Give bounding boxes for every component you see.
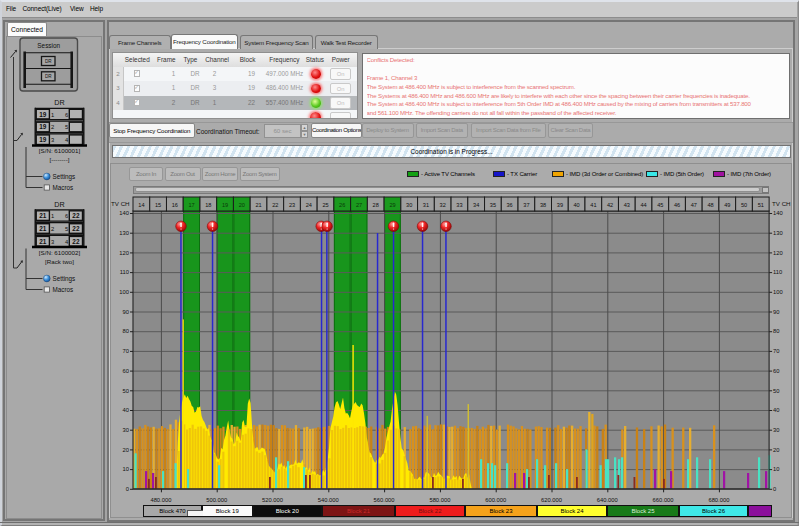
- svg-text:17: 17: [188, 202, 194, 208]
- svg-text:46: 46: [674, 202, 680, 208]
- svg-text:15: 15: [155, 202, 161, 208]
- svg-text:4: 4: [65, 137, 69, 143]
- svg-text:0: 0: [773, 486, 776, 492]
- svg-text:80: 80: [123, 328, 129, 334]
- svg-text:20: 20: [123, 447, 129, 453]
- svg-text:19: 19: [39, 123, 47, 130]
- svg-text:36: 36: [506, 202, 512, 208]
- svg-text:60: 60: [773, 368, 779, 374]
- svg-text:10: 10: [123, 466, 129, 472]
- svg-text:14: 14: [138, 202, 144, 208]
- svg-text:DR: DR: [45, 59, 52, 64]
- svg-text:30: 30: [123, 427, 129, 433]
- svg-text:50: 50: [773, 388, 779, 394]
- svg-text:21: 21: [255, 202, 261, 208]
- svg-text:19: 19: [39, 136, 47, 143]
- svg-text:37: 37: [523, 202, 529, 208]
- svg-text:26: 26: [339, 202, 345, 208]
- svg-text:40: 40: [573, 202, 579, 208]
- svg-text:TV CH: TV CH: [772, 200, 791, 207]
- svg-text:22: 22: [72, 212, 80, 219]
- svg-text:33: 33: [456, 202, 462, 208]
- svg-text:580.000: 580.000: [429, 497, 450, 503]
- svg-text:Settings: Settings: [53, 275, 76, 283]
- svg-text:100: 100: [773, 289, 783, 295]
- svg-text:[Rack two]: [Rack two]: [45, 258, 74, 265]
- svg-text:5: 5: [65, 226, 68, 232]
- svg-text:Macros: Macros: [53, 286, 74, 293]
- svg-text:70: 70: [773, 348, 779, 354]
- svg-text:20: 20: [239, 202, 245, 208]
- svg-text:1: 1: [51, 213, 54, 219]
- svg-text:[--------]: [--------]: [50, 156, 70, 163]
- svg-text:30: 30: [406, 202, 412, 208]
- svg-text:50: 50: [741, 202, 747, 208]
- svg-text:500.000: 500.000: [206, 497, 227, 503]
- svg-text:35: 35: [490, 202, 496, 208]
- svg-text:DR: DR: [45, 74, 52, 79]
- svg-text:3: 3: [51, 239, 54, 245]
- svg-text:24: 24: [306, 202, 312, 208]
- svg-text:50: 50: [123, 388, 129, 394]
- svg-text:30: 30: [773, 427, 779, 433]
- svg-text:2: 2: [51, 124, 54, 130]
- svg-text:5: 5: [65, 124, 68, 130]
- svg-text:540.000: 540.000: [318, 497, 339, 503]
- svg-text:[S/N: 6100001]: [S/N: 6100001]: [39, 147, 81, 154]
- svg-text:38: 38: [540, 202, 546, 208]
- svg-text:20: 20: [773, 447, 779, 453]
- svg-text:4: 4: [65, 239, 69, 245]
- svg-text:39: 39: [557, 202, 563, 208]
- svg-text:2: 2: [51, 226, 54, 232]
- svg-text:TV CH: TV CH: [111, 200, 130, 207]
- svg-text:32: 32: [440, 202, 446, 208]
- svg-text:47: 47: [691, 202, 697, 208]
- svg-text:Macros: Macros: [53, 184, 74, 191]
- svg-text:120: 120: [119, 250, 129, 256]
- svg-text:3: 3: [51, 137, 54, 143]
- svg-text:DR: DR: [54, 98, 64, 107]
- svg-text:90: 90: [123, 309, 129, 315]
- svg-text:49: 49: [724, 202, 730, 208]
- svg-text:16: 16: [172, 202, 178, 208]
- svg-text:1: 1: [51, 112, 54, 118]
- svg-text:27: 27: [356, 202, 362, 208]
- svg-text:620.000: 620.000: [541, 497, 562, 503]
- svg-text:19: 19: [39, 111, 47, 118]
- svg-text:51: 51: [758, 202, 764, 208]
- svg-text:90: 90: [773, 309, 779, 315]
- svg-text:640.000: 640.000: [597, 497, 618, 503]
- svg-text:0: 0: [126, 486, 129, 492]
- svg-text:130: 130: [773, 230, 783, 236]
- svg-text:21: 21: [39, 212, 47, 219]
- svg-text:140: 140: [119, 210, 129, 216]
- svg-text:70: 70: [123, 348, 129, 354]
- svg-text:100: 100: [119, 289, 129, 295]
- svg-text:110: 110: [120, 269, 129, 275]
- svg-text:80: 80: [773, 328, 779, 334]
- svg-text:40: 40: [773, 407, 779, 413]
- svg-text:10: 10: [773, 466, 779, 472]
- svg-text:[S/N: 6100002]: [S/N: 6100002]: [39, 249, 81, 256]
- svg-text:680.000: 680.000: [708, 497, 729, 503]
- svg-text:DR: DR: [54, 200, 64, 209]
- svg-text:6: 6: [65, 213, 68, 219]
- svg-text:Session: Session: [37, 42, 60, 49]
- svg-text:120: 120: [773, 250, 783, 256]
- svg-text:110: 110: [773, 269, 782, 275]
- svg-text:41: 41: [590, 202, 596, 208]
- svg-text:Settings: Settings: [53, 173, 76, 181]
- svg-text:34: 34: [473, 202, 479, 208]
- svg-text:45: 45: [657, 202, 663, 208]
- svg-text:140: 140: [773, 210, 783, 216]
- svg-text:60: 60: [123, 368, 129, 374]
- svg-text:42: 42: [607, 202, 613, 208]
- svg-text:520.000: 520.000: [262, 497, 283, 503]
- svg-text:480.000: 480.000: [150, 497, 171, 503]
- svg-text:31: 31: [423, 202, 429, 208]
- svg-text:23: 23: [289, 202, 295, 208]
- svg-text:130: 130: [119, 230, 129, 236]
- svg-text:29: 29: [389, 202, 395, 208]
- svg-text:19: 19: [222, 202, 228, 208]
- svg-text:25: 25: [322, 202, 328, 208]
